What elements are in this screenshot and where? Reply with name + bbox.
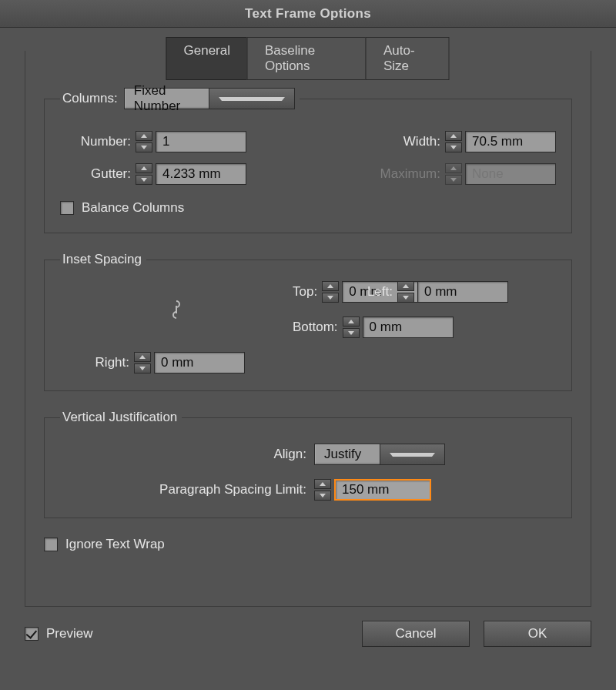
- stepper-down-icon[interactable]: [314, 491, 331, 501]
- checkbox-box-icon: [25, 627, 38, 641]
- balance-columns-label: Balance Columns: [82, 200, 184, 216]
- cancel-button[interactable]: Cancel: [362, 621, 470, 647]
- checkbox-box-icon: [44, 538, 58, 551]
- stepper-down-icon[interactable]: [343, 328, 360, 338]
- columns-legend-label: Columns:: [62, 91, 118, 106]
- stepper-up-icon[interactable]: [136, 163, 152, 173]
- left-input[interactable]: [417, 281, 508, 303]
- width-label: Width:: [383, 134, 440, 149]
- gutter-stepper[interactable]: [136, 163, 152, 185]
- dialog-title: Text Frame Options: [0, 0, 616, 28]
- dialog-body: General Baseline Options Auto-Size Colum…: [0, 28, 616, 690]
- number-stepper[interactable]: [136, 131, 152, 152]
- tab-general[interactable]: General: [166, 37, 248, 80]
- main-panel: General Baseline Options Auto-Size Colum…: [25, 51, 591, 607]
- stepper-up-icon[interactable]: [134, 352, 151, 362]
- stepper-up-icon[interactable]: [136, 131, 152, 141]
- width-input[interactable]: [465, 131, 556, 152]
- checkbox-box-icon: [60, 201, 74, 215]
- ignore-text-wrap-label: Ignore Text Wrap: [65, 537, 165, 552]
- stepper-up-icon: [445, 163, 462, 173]
- dropdown-arrow-icon: [380, 444, 445, 464]
- inset-spacing-legend: Inset Spacing: [60, 252, 146, 267]
- paragraph-spacing-limit-label: Paragraph Spacing Limit:: [60, 482, 306, 497]
- vertical-justification-legend: Vertical Justification: [60, 410, 182, 425]
- stepper-down-icon[interactable]: [445, 142, 462, 152]
- gutter-input[interactable]: [156, 163, 246, 185]
- right-stepper[interactable]: [134, 352, 151, 373]
- bottom-stepper[interactable]: [343, 317, 360, 338]
- action-row: Preview Cancel OK: [25, 621, 591, 647]
- left-stepper[interactable]: [397, 281, 414, 303]
- balance-columns-checkbox[interactable]: Balance Columns: [60, 200, 556, 216]
- ignore-text-wrap-checkbox[interactable]: Ignore Text Wrap: [44, 537, 572, 552]
- align-dropdown[interactable]: Justify: [314, 444, 445, 465]
- bottom-label: Bottom:: [293, 320, 338, 335]
- stepper-up-icon[interactable]: [343, 317, 360, 327]
- tab-baseline-options[interactable]: Baseline Options: [247, 37, 367, 80]
- columns-type-dropdown[interactable]: Fixed Number: [124, 88, 295, 109]
- stepper-down-icon[interactable]: [397, 293, 414, 303]
- right-input[interactable]: [154, 352, 245, 373]
- align-label: Align:: [60, 447, 306, 462]
- gutter-label: Gutter:: [60, 166, 131, 182]
- stepper-up-icon[interactable]: [397, 281, 414, 291]
- ok-button[interactable]: OK: [484, 621, 591, 647]
- align-value: Justify: [315, 447, 380, 462]
- number-input[interactable]: [156, 131, 246, 152]
- columns-legend: Columns: Fixed Number: [60, 88, 300, 109]
- left-label: Left:: [323, 284, 393, 300]
- right-label: Right:: [60, 355, 129, 370]
- stepper-up-icon[interactable]: [445, 131, 462, 141]
- paragraph-spacing-limit-stepper[interactable]: [314, 479, 331, 501]
- preview-checkbox[interactable]: Preview: [25, 626, 92, 641]
- maximum-input: [465, 163, 556, 185]
- vertical-justification-group: Vertical Justification Align: Justify Pa…: [44, 410, 572, 518]
- number-label: Number:: [60, 134, 131, 149]
- top-label: Top:: [293, 284, 317, 300]
- paragraph-spacing-limit-input[interactable]: [334, 479, 431, 501]
- dropdown-arrow-icon: [209, 89, 294, 109]
- width-stepper[interactable]: [445, 131, 462, 152]
- tabs: General Baseline Options Auto-Size: [167, 37, 450, 80]
- stepper-up-icon[interactable]: [314, 479, 331, 489]
- maximum-label: Maximum:: [356, 166, 440, 182]
- columns-type-value: Fixed Number: [125, 83, 209, 114]
- tab-auto-size[interactable]: Auto-Size: [366, 37, 450, 80]
- columns-group: Columns: Fixed Number Number:: [44, 88, 572, 233]
- stepper-down-icon[interactable]: [136, 142, 152, 152]
- preview-label: Preview: [46, 626, 92, 641]
- stepper-down-icon: [445, 175, 462, 185]
- stepper-down-icon[interactable]: [134, 363, 151, 373]
- bottom-input[interactable]: [363, 317, 454, 338]
- inset-spacing-group: Inset Spacing Top:: [44, 252, 572, 391]
- maximum-stepper: [445, 163, 462, 185]
- link-icon[interactable]: [169, 298, 184, 321]
- stepper-down-icon[interactable]: [136, 175, 152, 185]
